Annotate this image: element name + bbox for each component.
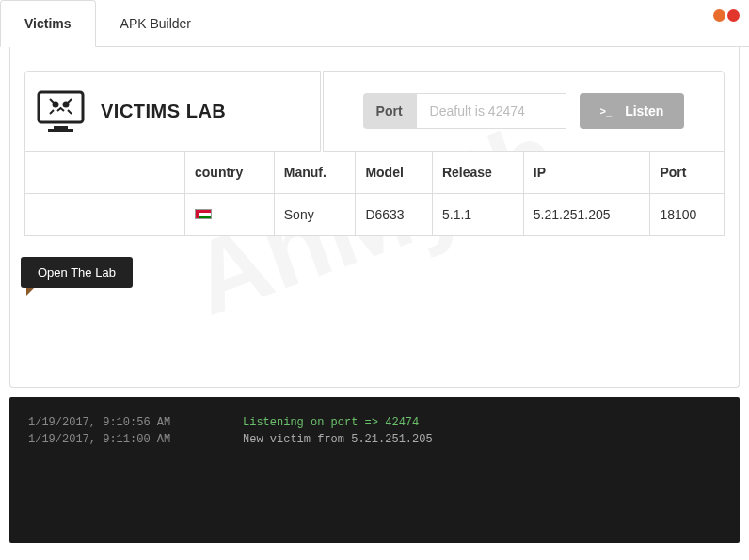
flag-icon bbox=[195, 209, 212, 219]
tab-victims[interactable]: Victims bbox=[0, 0, 96, 47]
main-panel: AhMyth bbox=[9, 47, 740, 388]
console-message: Listening on port => 42474 bbox=[243, 416, 419, 429]
cell-port: 18100 bbox=[650, 194, 725, 236]
svg-line-8 bbox=[68, 110, 72, 114]
skull-monitor-icon bbox=[35, 88, 87, 134]
col-model: Model bbox=[356, 152, 433, 194]
lab-header: VICTIMS LAB Port >_ Listen bbox=[24, 71, 725, 152]
console-message: New victim from 5.21.251.205 bbox=[243, 433, 433, 446]
col-country: country bbox=[185, 152, 275, 194]
lab-title-box: VICTIMS LAB bbox=[24, 71, 321, 152]
svg-rect-1 bbox=[54, 126, 68, 129]
svg-line-6 bbox=[68, 99, 72, 103]
listen-controls: Port >_ Listen bbox=[323, 71, 725, 152]
open-lab-tooltip[interactable]: Open The Lab bbox=[21, 257, 133, 288]
tab-apk-builder[interactable]: APK Builder bbox=[96, 0, 215, 47]
cell-model: D6633 bbox=[356, 194, 433, 236]
tooltip-text: Open The Lab bbox=[21, 257, 133, 288]
col-manuf: Manuf. bbox=[274, 152, 356, 194]
table-row[interactable]: Sony D6633 5.1.1 5.21.251.205 18100 bbox=[25, 194, 725, 236]
console-timestamp: 1/19/2017, 9:10:56 AM bbox=[28, 416, 243, 429]
listen-button[interactable]: >_ Listen bbox=[580, 93, 685, 129]
lab-title: VICTIMS LAB bbox=[101, 101, 226, 122]
col-ip: IP bbox=[523, 152, 650, 194]
cell-ip: 5.21.251.205 bbox=[523, 194, 650, 236]
window-close-icon[interactable] bbox=[727, 9, 740, 22]
listen-label: Listen bbox=[625, 104, 663, 119]
col-port: Port bbox=[650, 152, 725, 194]
port-label: Port bbox=[363, 93, 416, 129]
svg-line-7 bbox=[50, 110, 54, 114]
console-log: 1/19/2017, 9:10:56 AM Listening on port … bbox=[9, 397, 740, 543]
table-header-row: country Manuf. Model Release IP Port bbox=[25, 152, 725, 194]
victims-table: country Manuf. Model Release IP Port bbox=[24, 152, 725, 236]
tab-label: Victims bbox=[24, 16, 72, 31]
tooltip-tail-icon bbox=[26, 288, 34, 296]
console-line: 1/19/2017, 9:10:56 AM Listening on port … bbox=[28, 416, 721, 429]
console-line: 1/19/2017, 9:11:00 AM New victim from 5.… bbox=[28, 433, 721, 446]
cell-action bbox=[25, 194, 185, 236]
cell-manuf: Sony bbox=[274, 194, 356, 236]
svg-rect-2 bbox=[48, 129, 73, 132]
col-release: Release bbox=[432, 152, 523, 194]
terminal-icon: >_ bbox=[600, 105, 613, 117]
window-minimize-icon[interactable] bbox=[713, 9, 725, 22]
cell-release: 5.1.1 bbox=[432, 194, 523, 236]
col-empty bbox=[25, 152, 185, 194]
tabs-bar: Victims APK Builder bbox=[0, 0, 749, 47]
console-timestamp: 1/19/2017, 9:11:00 AM bbox=[28, 433, 243, 446]
port-input[interactable] bbox=[416, 93, 566, 129]
window-controls bbox=[713, 9, 740, 22]
cell-country bbox=[185, 194, 275, 236]
svg-line-5 bbox=[50, 99, 54, 103]
tab-label: APK Builder bbox=[120, 16, 191, 31]
